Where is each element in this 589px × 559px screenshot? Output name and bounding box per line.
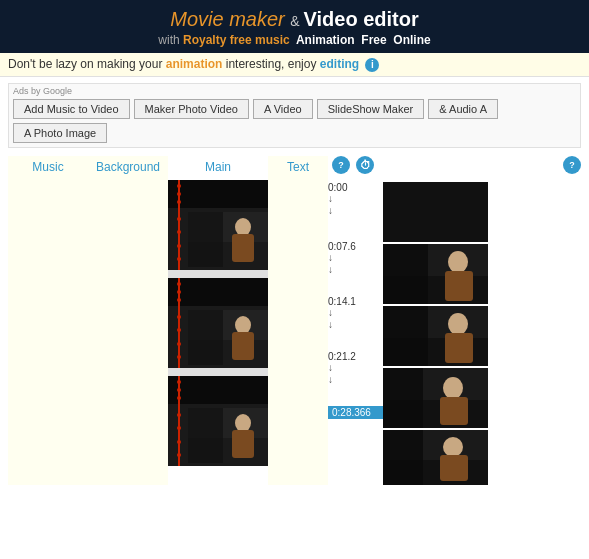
main-area: Music Background Main bbox=[0, 148, 589, 493]
svg-rect-33 bbox=[440, 455, 468, 481]
arrow-down-1b: ↓ bbox=[328, 264, 383, 276]
ts-label-0: 0:00 bbox=[328, 182, 383, 193]
svg-point-2 bbox=[235, 218, 251, 236]
red-dot bbox=[177, 200, 181, 204]
red-dot bbox=[177, 380, 181, 384]
ads-area: Ads by Google Add Music to Video Maker P… bbox=[8, 83, 581, 148]
music-col-header: Music bbox=[8, 156, 88, 180]
arrow-down-2b: ↓ bbox=[328, 319, 383, 331]
ts-label-3: 0:21.2 bbox=[328, 351, 383, 362]
ts-1: 0:07.6 ↓ ↓ bbox=[328, 241, 383, 276]
ts-label-4-highlight: 0:28.366 bbox=[328, 406, 383, 419]
add-music-button[interactable]: Add Music to Video bbox=[13, 99, 130, 119]
preview-person-4 bbox=[383, 368, 488, 428]
red-dot bbox=[177, 328, 181, 332]
svg-rect-28 bbox=[440, 397, 468, 425]
slideshow-maker-button[interactable]: SlideShow Maker bbox=[317, 99, 425, 119]
preview-3 bbox=[383, 306, 488, 366]
svg-rect-34 bbox=[383, 430, 423, 485]
film-strip-dark-3 bbox=[168, 376, 268, 404]
app-title: Movie maker & Video editor bbox=[0, 8, 589, 31]
main-column: Main bbox=[168, 156, 268, 485]
ts-preview-area: 0:00 ↓ ↓ 0:07.6 ↓ ↓ 0:14.1 ↓ ↓ bbox=[328, 182, 581, 485]
ts-label-2: 0:14.1 bbox=[328, 296, 383, 307]
ts-3: 0:21.2 ↓ ↓ bbox=[328, 351, 383, 386]
music-column: Music bbox=[8, 156, 88, 485]
film-strip-person-2 bbox=[168, 306, 268, 368]
arrow-down-3: ↓ bbox=[328, 362, 383, 374]
svg-rect-3 bbox=[232, 234, 254, 262]
controls-row: ? ⏱ ? bbox=[328, 156, 581, 178]
text-col-header: Text bbox=[268, 156, 328, 180]
red-dots-3 bbox=[176, 376, 182, 404]
notice-editing: editing bbox=[320, 57, 359, 71]
a-video-button[interactable]: A Video bbox=[253, 99, 313, 119]
music-link[interactable]: Royalty free music bbox=[183, 33, 290, 47]
svg-rect-9 bbox=[188, 310, 223, 365]
red-dots bbox=[176, 404, 182, 466]
notice-bar: Don't be lazy on making your animation i… bbox=[0, 53, 589, 77]
free-link[interactable]: Free bbox=[358, 33, 387, 47]
svg-rect-4 bbox=[188, 212, 223, 267]
svg-point-22 bbox=[448, 313, 468, 335]
arrow-down-3b: ↓ bbox=[328, 374, 383, 386]
clock-icon[interactable]: ⏱ bbox=[356, 156, 374, 174]
red-dot bbox=[177, 413, 181, 417]
red-dot bbox=[177, 290, 181, 294]
film-strip-person-3 bbox=[168, 404, 268, 466]
red-dots-2 bbox=[176, 278, 182, 306]
arrow-down-1: ↓ bbox=[328, 252, 383, 264]
with-label: with bbox=[158, 33, 179, 47]
preview-column bbox=[383, 182, 488, 485]
question-icon-2[interactable]: ? bbox=[563, 156, 581, 174]
film-strip-dark-2 bbox=[168, 278, 268, 306]
title-ampersand: & bbox=[290, 13, 303, 29]
preview-4 bbox=[383, 368, 488, 428]
red-dot bbox=[177, 217, 181, 221]
ts-label-1: 0:07.6 bbox=[328, 241, 383, 252]
arrow-down-2: ↓ bbox=[328, 307, 383, 319]
svg-rect-14 bbox=[188, 408, 223, 463]
question-icon-1[interactable]: ? bbox=[332, 156, 350, 174]
background-column: Background bbox=[88, 156, 168, 485]
svg-point-17 bbox=[448, 251, 468, 273]
audio-a-button[interactable]: & Audio A bbox=[428, 99, 498, 119]
title-movie: Movie maker bbox=[170, 8, 284, 30]
animation-link[interactable]: Animation bbox=[293, 33, 355, 47]
red-dots bbox=[176, 208, 182, 270]
red-dot bbox=[177, 388, 181, 392]
photo-image-button[interactable]: A Photo Image bbox=[13, 123, 107, 143]
red-dot bbox=[177, 426, 181, 430]
maker-photo-video-button[interactable]: Maker Photo Video bbox=[134, 99, 249, 119]
svg-rect-23 bbox=[445, 333, 473, 363]
ads-label: Ads by Google bbox=[13, 86, 576, 96]
red-dot bbox=[177, 396, 181, 400]
strip-divider-2 bbox=[168, 368, 268, 376]
ads-buttons: Add Music to Video Maker Photo Video A V… bbox=[13, 99, 576, 143]
app-header: Movie maker & Video editor with Royalty … bbox=[0, 0, 589, 53]
red-dot bbox=[177, 440, 181, 444]
strip-divider bbox=[168, 270, 268, 278]
red-dot bbox=[177, 244, 181, 248]
svg-rect-19 bbox=[383, 244, 428, 304]
film-strip-dark-1 bbox=[168, 180, 268, 208]
person-scene-2 bbox=[188, 310, 268, 365]
red-dot bbox=[177, 355, 181, 359]
arrow-down-0: ↓ bbox=[328, 193, 383, 205]
header-subtitle: with Royalty free music Animation Free O… bbox=[0, 33, 589, 47]
svg-rect-18 bbox=[445, 271, 473, 301]
info-icon[interactable]: i bbox=[365, 58, 379, 72]
preview-5 bbox=[383, 430, 488, 485]
preview-person-3 bbox=[383, 306, 488, 366]
red-dot bbox=[177, 184, 181, 188]
online-link[interactable]: Online bbox=[390, 33, 431, 47]
text-column: Text bbox=[268, 156, 328, 485]
svg-rect-29 bbox=[383, 368, 423, 428]
red-dot bbox=[177, 230, 181, 234]
red-dots-1 bbox=[176, 180, 182, 208]
svg-rect-24 bbox=[383, 306, 428, 366]
arrow-down-0b: ↓ bbox=[328, 205, 383, 217]
svg-point-32 bbox=[443, 437, 463, 457]
preview-2 bbox=[383, 244, 488, 304]
notice-text-middle: interesting, enjoy bbox=[226, 57, 317, 71]
